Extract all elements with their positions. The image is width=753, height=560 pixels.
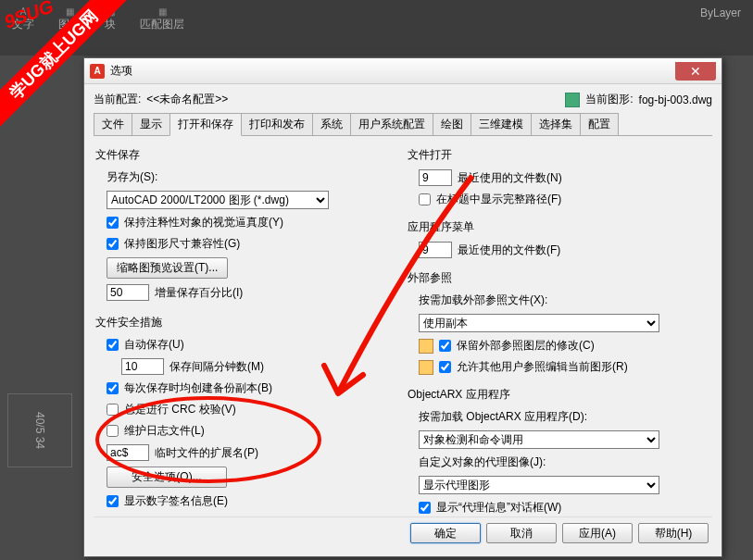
tab-3d[interactable]: 三维建模 [471,113,532,135]
autocad-ribbon: A文字 ▦图层 ▩块 ▦匹配图层 ByLayer [0,0,753,56]
arx-load-select[interactable]: 对象检测和命令调用 [419,430,659,449]
help-button[interactable]: 帮助(H) [638,523,709,543]
app-icon: A [90,64,105,79]
fullpath-check[interactable] [419,193,431,205]
tab-config[interactable]: 配置 [580,113,619,135]
proxy-dialog-check[interactable] [419,502,431,514]
titlebar: A 选项 ✕ [84,58,722,84]
thumbnail-settings-button[interactable]: 缩略图预览设置(T)... [107,257,228,279]
xref-edit-check[interactable] [439,361,451,373]
dialog-footer: 确定 取消 应用(A) 帮助(H) [94,516,712,549]
recent-files-input[interactable] [419,169,452,186]
tab-file[interactable]: 文件 [94,113,132,135]
ok-button[interactable]: 确定 [410,523,481,543]
tab-system[interactable]: 系统 [312,113,351,135]
proxy-image-select[interactable]: 显示代理图形 [419,476,659,494]
app-recent-input[interactable] [419,242,452,258]
dialog-title: 选项 [110,63,132,79]
options-dialog: A 选项 ✕ 当前配置: <<未命名配置>> 当前图形: fog-bj-003.… [83,57,722,557]
apply-button[interactable]: 应用(A) [562,523,633,543]
tab-draw[interactable]: 绘图 [433,113,471,135]
left-column: 文件保存 另存为(S): AutoCAD 2000/LT2000 图形 (*.d… [95,143,398,509]
crc-check[interactable] [107,404,119,416]
autosave-minutes-input[interactable] [121,358,164,375]
tabs: 文件 显示 打开和保存 打印和发布 系统 用户系统配置 绘图 三维建模 选择集 … [94,113,712,136]
tab-display[interactable]: 显示 [132,113,170,135]
tab-user[interactable]: 用户系统配置 [350,113,433,135]
tab-print[interactable]: 打印和发布 [241,113,313,135]
dwg-icon [565,93,580,107]
xref-load-select[interactable]: 使用副本 [419,314,659,332]
tab-select[interactable]: 选择集 [531,113,581,135]
signature-check[interactable] [107,495,119,507]
tab-open-save[interactable]: 打开和保存 [169,113,242,136]
right-column: 文件打开 最近使用的文件数(N) 在标题中显示完整路径(F) 应用程序菜单 最近… [408,143,710,509]
ruler-thumb: 40/5 34 [7,393,72,467]
security-options-button[interactable]: 安全选项(O)... [107,467,227,488]
backup-check[interactable] [107,382,119,394]
xref-icon [419,339,433,354]
incremental-save-input[interactable] [107,284,149,301]
temp-ext-input[interactable] [107,444,149,461]
keep-annot-check[interactable] [107,217,119,229]
saveas-select[interactable]: AutoCAD 2000/LT2000 图形 (*.dwg) [107,191,329,209]
autosave-check[interactable] [107,339,119,351]
keep-size-check[interactable] [107,238,119,250]
xref-layer-check[interactable] [439,340,451,352]
xref-icon [419,360,433,375]
close-button[interactable]: ✕ [675,62,716,81]
cancel-button[interactable]: 取消 [486,523,557,543]
logfile-check[interactable] [107,425,119,437]
config-row: 当前配置: <<未命名配置>> 当前图形: fog-bj-003.dwg [94,92,712,107]
